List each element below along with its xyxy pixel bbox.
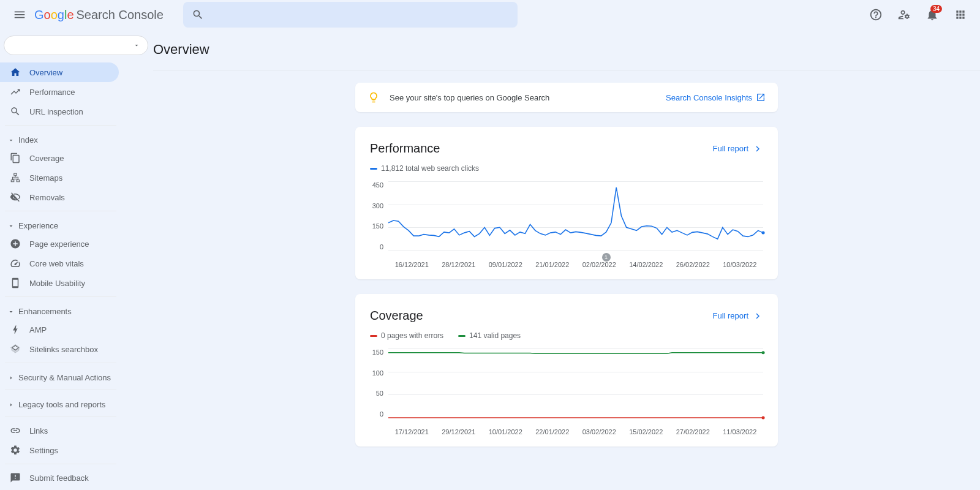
speed-icon	[10, 258, 21, 269]
google-logo-text: Google	[34, 8, 74, 22]
hamburger-menu-button[interactable]	[7, 2, 32, 27]
home-icon	[10, 67, 21, 78]
legend-label: 141 valid pages	[469, 331, 521, 340]
sidebar-item-mobile-usability[interactable]: Mobile Usability	[0, 273, 119, 293]
legend-item-valid: 141 valid pages	[458, 331, 521, 340]
sidebar-item-feedback[interactable]: Submit feedback	[0, 468, 119, 488]
sidebar-item-label: Page experience	[29, 239, 89, 249]
sitemap-icon	[10, 172, 21, 183]
sidebar-section-experience[interactable]: Experience	[0, 215, 153, 234]
legend-label: 11,812 total web search clicks	[381, 164, 479, 173]
chevron-right-icon	[7, 374, 15, 382]
legend-swatch	[370, 168, 377, 170]
sidebar-section-label: Enhancements	[18, 307, 72, 316]
sidebar-item-label: Links	[29, 426, 48, 435]
coverage-chart: 15010050017/12/202129/12/202110/01/20222…	[370, 349, 763, 434]
svg-point-1	[761, 417, 764, 420]
menu-icon	[13, 8, 26, 21]
chevron-right-icon	[752, 143, 763, 154]
full-report-link[interactable]: Full report	[712, 143, 763, 154]
divider	[5, 417, 116, 417]
event-marker[interactable]: 1	[602, 253, 611, 262]
sidebar-section-label: Index	[18, 135, 38, 145]
performance-card: Performance Full report 11,812 total web…	[355, 127, 778, 279]
divider	[5, 363, 116, 363]
insights-message: See your site's top queries on Google Se…	[390, 93, 666, 102]
divider	[5, 211, 116, 211]
main-content: Overview See your site's top queries on …	[153, 29, 980, 490]
sidebar-section-security[interactable]: Security & Manual Actions	[0, 367, 153, 386]
product-name: Search Console	[77, 8, 164, 22]
sidebar-item-core-web-vitals[interactable]: Core web vitals	[0, 254, 119, 273]
manage-users-button[interactable]	[892, 2, 916, 27]
search-input[interactable]	[211, 10, 509, 20]
link-icon	[10, 425, 21, 436]
link-text: Full report	[712, 311, 748, 320]
insights-link[interactable]: Search Console Insights	[666, 92, 766, 102]
search-bar[interactable]	[183, 2, 518, 28]
notification-badge: 34	[930, 5, 942, 13]
chevron-down-icon	[133, 42, 140, 49]
sidebar-section-label: Experience	[18, 221, 58, 230]
apps-button[interactable]	[948, 2, 973, 27]
divider	[5, 296, 116, 297]
plus-circle-icon	[10, 238, 21, 249]
sidebar-item-removals[interactable]: Removals	[0, 187, 119, 207]
search-icon	[10, 106, 21, 117]
sidebar-section-enhancements[interactable]: Enhancements	[0, 301, 153, 320]
bolt-icon	[10, 324, 21, 335]
apps-grid-icon	[954, 9, 967, 21]
person-gear-icon	[897, 8, 911, 21]
help-button[interactable]	[864, 2, 888, 27]
sidebar-item-label: Submit feedback	[29, 473, 89, 483]
smartphone-icon	[10, 277, 21, 288]
sidebar-item-sitemaps[interactable]: Sitemaps	[0, 168, 119, 187]
pages-icon	[10, 153, 21, 164]
header-actions: 34	[864, 2, 973, 27]
sidebar-item-page-experience[interactable]: Page experience	[0, 234, 119, 254]
divider	[5, 390, 116, 390]
legend-label: 0 pages with errors	[381, 331, 443, 340]
link-text: Full report	[712, 144, 748, 153]
sidebar-item-url-inspection[interactable]: URL inspection	[0, 102, 119, 121]
link-text: Search Console Insights	[666, 93, 752, 102]
sidebar-section-legacy[interactable]: Legacy tools and reports	[0, 394, 153, 413]
insights-banner: See your site's top queries on Google Se…	[355, 83, 778, 112]
sidebar-item-overview[interactable]: Overview	[0, 62, 119, 82]
chevron-right-icon	[752, 311, 763, 322]
chevron-right-icon	[7, 401, 15, 409]
divider	[5, 464, 116, 464]
sidebar-item-about[interactable]: About Search Console	[0, 488, 119, 490]
svg-point-0	[761, 232, 764, 235]
sidebar-item-links[interactable]: Links	[0, 421, 119, 440]
app-header: Google Search Console 34	[0, 0, 980, 29]
chart-legend: 11,812 total web search clicks	[370, 164, 763, 173]
chevron-down-icon	[7, 222, 15, 230]
gear-icon	[10, 445, 21, 456]
sidebar-item-performance[interactable]: Performance	[0, 82, 119, 102]
property-selector[interactable]	[4, 36, 148, 55]
sidebar-item-amp[interactable]: AMP	[0, 320, 119, 339]
sidebar-item-coverage[interactable]: Coverage	[0, 148, 119, 168]
sidebar-item-label: Overview	[29, 68, 62, 77]
sidebar-item-label: Core web vitals	[29, 259, 84, 268]
divider	[5, 125, 116, 126]
sidebar-item-settings[interactable]: Settings	[0, 440, 119, 460]
sidebar: Overview Performance URL inspection Inde…	[0, 29, 153, 490]
product-logo[interactable]: Google Search Console	[34, 8, 164, 22]
full-report-link[interactable]: Full report	[712, 311, 763, 322]
sidebar-section-index[interactable]: Index	[0, 129, 153, 148]
open-in-new-icon	[756, 92, 766, 102]
coverage-card: Coverage Full report 0 pages with errors…	[355, 294, 778, 447]
legend-swatch	[458, 335, 466, 337]
divider	[153, 70, 980, 70]
sidebar-item-sitelinks[interactable]: Sitelinks searchbox	[0, 339, 119, 359]
chevron-down-icon	[7, 137, 15, 144]
legend-item-errors: 0 pages with errors	[370, 331, 443, 340]
card-title: Performance	[370, 141, 712, 156]
chart-legend: 0 pages with errors 141 valid pages	[370, 331, 763, 340]
feedback-icon	[10, 472, 21, 483]
legend-swatch	[370, 335, 377, 337]
notifications-button[interactable]: 34	[920, 2, 944, 27]
sidebar-item-label: Performance	[29, 88, 75, 97]
